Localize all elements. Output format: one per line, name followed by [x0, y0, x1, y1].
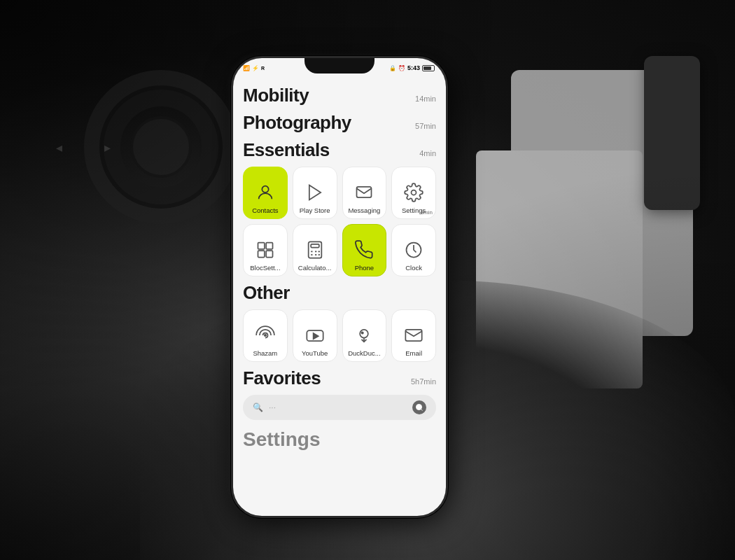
messaging-icon: [353, 181, 375, 204]
partial-text: Settings: [243, 428, 436, 451]
section-mobility: Mobility 14min: [243, 85, 436, 106]
favorites-header: Favorites 5h7min: [243, 368, 436, 389]
clock-label: Clock: [405, 264, 422, 272]
svg-point-3: [412, 190, 416, 195]
mobility-time: 14min: [415, 94, 436, 103]
svg-point-0: [262, 186, 268, 192]
svg-rect-5: [266, 242, 272, 248]
svg-point-20: [360, 329, 369, 337]
settings-time: 3min: [421, 209, 433, 216]
app-settings[interactable]: Settings 3min: [391, 167, 436, 219]
status-right: 🔒 ⏰ 5:43: [389, 64, 435, 71]
search-bar[interactable]: 🔍 ···: [243, 395, 436, 420]
mobility-header: Mobility 14min: [243, 85, 436, 106]
svg-marker-1: [309, 185, 320, 200]
signal-icon: 📶: [243, 65, 250, 71]
background-device: [644, 56, 700, 210]
nav-arrows: ◂ ▸: [56, 140, 111, 155]
essentials-header: Essentials 4min: [243, 139, 436, 161]
battery-bar: [422, 65, 435, 71]
svg-rect-2: [357, 186, 372, 197]
essentials-time: 4min: [419, 149, 436, 158]
playstore-label: Play Store: [300, 206, 330, 214]
duckduckgo-icon: [353, 324, 375, 346]
svg-point-17: [265, 334, 266, 335]
right-arrow: ▸: [104, 140, 111, 155]
section-photography: Photography 57min: [243, 112, 436, 134]
app-email[interactable]: Email: [391, 309, 436, 362]
phone-icon: [353, 239, 375, 261]
screen-content: Mobility 14min Photography 57min Essenti…: [233, 78, 446, 465]
phone-device: 📶 ⚡ R 🔒 ⏰ 5:43 Mobility 14min: [231, 56, 448, 518]
favorites-title: Favorites: [243, 368, 321, 389]
photography-header: Photography 57min: [243, 112, 436, 134]
contacts-icon: [254, 181, 276, 204]
search-action[interactable]: [412, 400, 426, 414]
battery-fill: [424, 66, 431, 70]
email-label: Email: [405, 349, 422, 357]
app-shazam[interactable]: Shazam: [243, 309, 288, 362]
app-messaging[interactable]: Messaging: [342, 167, 387, 219]
svg-rect-22: [405, 329, 421, 340]
app-clock[interactable]: Clock: [391, 224, 436, 276]
blocsettings-label: BlocSett...: [250, 264, 280, 272]
essentials-title: Essentials: [243, 139, 330, 161]
app-phone[interactable]: Phone: [342, 224, 387, 276]
calculator-icon: [304, 239, 326, 261]
other-header: Other: [243, 282, 436, 304]
photography-time: 57min: [415, 122, 436, 130]
section-other: Other: [243, 282, 436, 362]
youtube-label: YouTube: [302, 349, 328, 357]
svg-rect-9: [311, 244, 319, 247]
status-left: 📶 ⚡ R: [243, 65, 265, 71]
search-placeholder: ···: [269, 402, 276, 412]
settings-icon: [402, 181, 425, 204]
playstore-icon: [304, 181, 326, 204]
shazam-icon: [254, 324, 276, 346]
youtube-icon: [304, 324, 326, 346]
phone-notch: [304, 58, 374, 74]
blocsettings-icon: [254, 239, 276, 261]
section-favorites: Favorites 5h7min: [243, 368, 436, 389]
svg-rect-6: [258, 251, 264, 257]
other-grid: Shazam YouTube: [243, 309, 436, 362]
svg-marker-19: [313, 333, 318, 339]
messaging-label: Messaging: [348, 206, 380, 214]
duckduckgo-label: DuckDuc...: [348, 349, 380, 357]
mobility-title: Mobility: [243, 85, 309, 106]
favorites-time: 5h7min: [411, 377, 436, 386]
svg-rect-4: [258, 242, 264, 248]
lock-icon: 🔒: [389, 65, 396, 71]
app-blocsettings[interactable]: BlocSett...: [243, 224, 288, 276]
essentials-grid: Contacts Play Store: [243, 167, 436, 276]
svg-point-21: [362, 332, 363, 333]
shazam-label: Shazam: [253, 349, 277, 357]
network-icon: ⚡: [252, 65, 259, 71]
svg-rect-7: [266, 251, 272, 257]
svg-line-24: [421, 409, 422, 410]
svg-point-23: [416, 405, 422, 410]
left-arrow: ◂: [56, 140, 62, 155]
app-duckduckgo[interactable]: DuckDuc...: [342, 309, 387, 362]
clock-icon-app: [402, 239, 425, 261]
app-playstore[interactable]: Play Store: [293, 167, 337, 219]
app-contacts[interactable]: Contacts: [243, 167, 288, 219]
app-youtube[interactable]: YouTube: [293, 309, 337, 362]
phone-screen[interactable]: Mobility 14min Photography 57min Essenti…: [233, 78, 446, 516]
clock-icon: ⏰: [398, 65, 405, 71]
phone-wrapper: 📶 ⚡ R 🔒 ⏰ 5:43 Mobility 14min: [231, 56, 448, 518]
other-title: Other: [243, 282, 290, 304]
contacts-label: Contacts: [252, 206, 279, 214]
email-icon: [402, 324, 425, 346]
status-time: 5:43: [407, 64, 420, 71]
search-icon: 🔍: [253, 402, 263, 412]
section-essentials: Essentials 4min Contact: [243, 139, 436, 276]
phone-label: Phone: [355, 264, 374, 272]
network-type: R: [261, 66, 265, 71]
calculator-label: Calculato...: [298, 264, 332, 272]
app-calculator[interactable]: Calculato...: [293, 224, 337, 276]
photography-title: Photography: [243, 112, 351, 134]
